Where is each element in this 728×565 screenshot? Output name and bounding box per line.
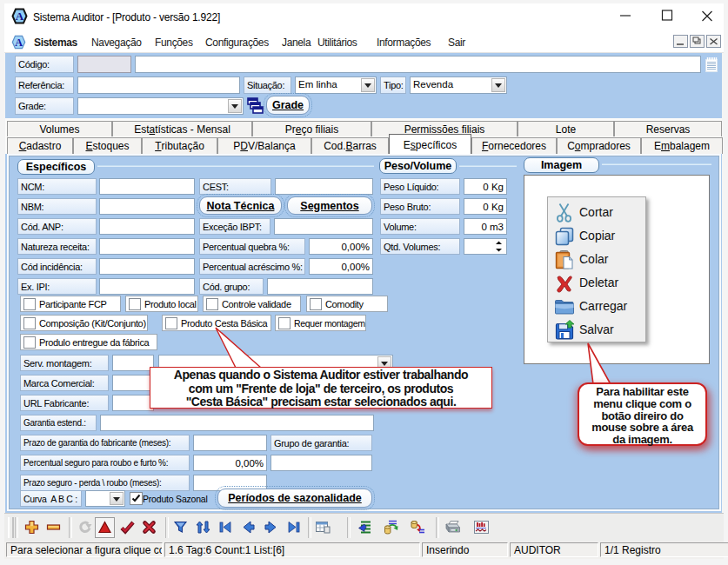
svg-text:A: A xyxy=(15,37,23,49)
svg-text:A: A xyxy=(16,10,24,23)
